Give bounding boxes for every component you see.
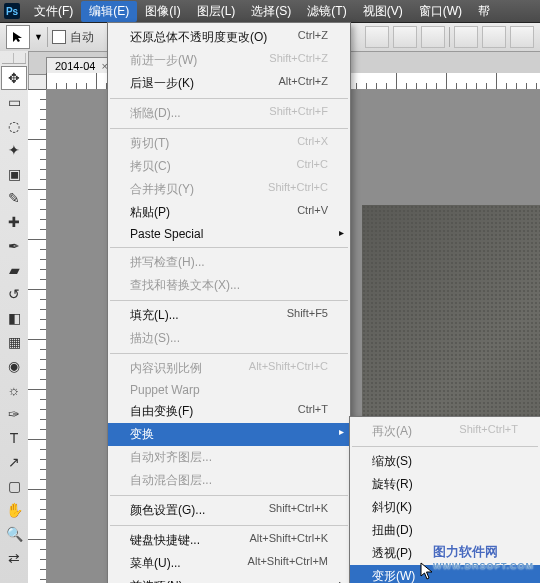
type-tool-icon[interactable]: T bbox=[1, 426, 27, 450]
lasso-tool-icon[interactable]: ◌ bbox=[1, 114, 27, 138]
menu-item-label: 自由变换(F) bbox=[130, 403, 193, 420]
menu-item-label: 菜单(U)... bbox=[130, 555, 181, 572]
menu-item[interactable]: Paste Special bbox=[108, 224, 350, 244]
menu-item[interactable]: 填充(L)...Shift+F5 bbox=[108, 304, 350, 327]
menu-item-shortcut: Ctrl+X bbox=[297, 135, 328, 152]
brush-tool-icon[interactable]: ✒ bbox=[1, 234, 27, 258]
submenu-item[interactable]: 斜切(K) bbox=[350, 496, 540, 519]
menu-item[interactable]: 自由变换(F)Ctrl+T bbox=[108, 400, 350, 423]
menu-item-label: 粘贴(P) bbox=[130, 204, 170, 221]
menu-edit[interactable]: 编辑(E) bbox=[81, 1, 137, 22]
healing-tool-icon[interactable]: ✚ bbox=[1, 210, 27, 234]
marquee-tool-icon[interactable]: ▭ bbox=[1, 90, 27, 114]
ruler-vertical bbox=[28, 89, 47, 583]
menu-item: 拷贝(C)Ctrl+C bbox=[108, 155, 350, 178]
doc-tab-title: 2014-04 bbox=[55, 60, 95, 72]
gradient-tool-icon[interactable]: ▦ bbox=[1, 330, 27, 354]
menu-image[interactable]: 图像(I) bbox=[137, 1, 188, 22]
menu-separator bbox=[110, 353, 348, 354]
menu-item-shortcut: Alt+Ctrl+Z bbox=[278, 75, 328, 92]
auto-select-checkbox[interactable] bbox=[52, 30, 66, 44]
menu-item: 自动混合图层... bbox=[108, 469, 350, 492]
move-tool-icon[interactable]: ✥ bbox=[1, 66, 27, 90]
align-btn-4[interactable] bbox=[454, 26, 478, 48]
tool-preset[interactable] bbox=[6, 25, 30, 49]
menu-item: 描边(S)... bbox=[108, 327, 350, 350]
wand-tool-icon[interactable]: ✦ bbox=[1, 138, 27, 162]
submenu-item: 再次(A)Shift+Ctrl+T bbox=[350, 420, 540, 443]
pen-tool-icon[interactable]: ✑ bbox=[1, 402, 27, 426]
menu-item-label: 自动混合图层... bbox=[130, 472, 212, 489]
eyedropper-tool-icon[interactable]: ✎ bbox=[1, 186, 27, 210]
menu-item: 拼写检查(H)... bbox=[108, 251, 350, 274]
menu-item[interactable]: 颜色设置(G)...Shift+Ctrl+K bbox=[108, 499, 350, 522]
menu-help[interactable]: 帮 bbox=[470, 1, 498, 22]
path-tool-icon[interactable]: ↗ bbox=[1, 450, 27, 474]
submenu-item[interactable]: 扭曲(D) bbox=[350, 519, 540, 542]
menu-item: 合并拷贝(Y)Shift+Ctrl+C bbox=[108, 178, 350, 201]
menu-item-label: 内容识别比例 bbox=[130, 360, 202, 377]
menu-item-shortcut: Ctrl+V bbox=[297, 204, 328, 221]
menu-select[interactable]: 选择(S) bbox=[243, 1, 299, 22]
menu-file[interactable]: 文件(F) bbox=[26, 1, 81, 22]
menu-item-shortcut: Alt+Shift+Ctrl+M bbox=[248, 555, 328, 572]
history-brush-icon[interactable]: ↺ bbox=[1, 282, 27, 306]
menu-filter[interactable]: 滤镜(T) bbox=[299, 1, 354, 22]
menu-item-label: 查找和替换文本(X)... bbox=[130, 277, 240, 294]
menu-item-shortcut: Shift+Ctrl+C bbox=[268, 181, 328, 198]
app-logo: Ps bbox=[4, 3, 20, 19]
color-swap-icon[interactable]: ⇄ bbox=[1, 546, 27, 570]
align-btn-5[interactable] bbox=[482, 26, 506, 48]
eraser-tool-icon[interactable]: ◧ bbox=[1, 306, 27, 330]
align-btn-1[interactable] bbox=[365, 26, 389, 48]
separator bbox=[449, 27, 450, 47]
hand-tool-icon[interactable]: ✋ bbox=[1, 498, 27, 522]
submenu-item[interactable]: 透视(P) bbox=[350, 542, 540, 565]
stamp-tool-icon[interactable]: ▰ bbox=[1, 258, 27, 282]
menu-item-label: 首选项(N) bbox=[130, 578, 183, 583]
menu-window[interactable]: 窗口(W) bbox=[411, 1, 470, 22]
menu-item[interactable]: 键盘快捷键...Alt+Shift+Ctrl+K bbox=[108, 529, 350, 552]
menu-item-label: 后退一步(K) bbox=[130, 75, 194, 92]
menu-item[interactable]: 后退一步(K)Alt+Ctrl+Z bbox=[108, 72, 350, 95]
toolbox: ✥ ▭ ◌ ✦ ▣ ✎ ✚ ✒ ▰ ↺ ◧ ▦ ◉ ☼ ✑ T ↗ ▢ ✋ 🔍 … bbox=[0, 51, 29, 583]
edit-menu-dropdown: 还原总体不透明度更改(O)Ctrl+Z前进一步(W)Shift+Ctrl+Z后退… bbox=[107, 22, 351, 583]
menu-separator bbox=[110, 128, 348, 129]
zoom-tool-icon[interactable]: 🔍 bbox=[1, 522, 27, 546]
menu-item[interactable]: 还原总体不透明度更改(O)Ctrl+Z bbox=[108, 26, 350, 49]
menu-item-label: 键盘快捷键... bbox=[130, 532, 200, 549]
menu-item: Puppet Warp bbox=[108, 380, 350, 400]
shape-tool-icon[interactable]: ▢ bbox=[1, 474, 27, 498]
menu-item-label: 剪切(T) bbox=[130, 135, 169, 152]
align-btn-2[interactable] bbox=[393, 26, 417, 48]
menu-separator bbox=[110, 98, 348, 99]
submenu-item-label: 缩放(S) bbox=[372, 453, 412, 470]
submenu-item[interactable]: 变形(W) bbox=[350, 565, 540, 583]
menu-item[interactable]: 首选项(N) bbox=[108, 575, 350, 583]
menu-item: 剪切(T)Ctrl+X bbox=[108, 132, 350, 155]
crop-tool-icon[interactable]: ▣ bbox=[1, 162, 27, 186]
submenu-item[interactable]: 缩放(S) bbox=[350, 450, 540, 473]
menu-item[interactable]: 变换 bbox=[108, 423, 350, 446]
align-btn-3[interactable] bbox=[421, 26, 445, 48]
menu-item: 自动对齐图层... bbox=[108, 446, 350, 469]
menu-item-shortcut: Ctrl+T bbox=[298, 403, 328, 420]
menu-item-label: 变换 bbox=[130, 426, 154, 443]
menu-item: 前进一步(W)Shift+Ctrl+Z bbox=[108, 49, 350, 72]
menu-separator bbox=[352, 446, 538, 447]
menu-item-label: 拷贝(C) bbox=[130, 158, 171, 175]
menu-layer[interactable]: 图层(L) bbox=[189, 1, 244, 22]
submenu-item-label: 斜切(K) bbox=[372, 499, 412, 516]
align-btn-6[interactable] bbox=[510, 26, 534, 48]
menu-item: 渐隐(D)...Shift+Ctrl+F bbox=[108, 102, 350, 125]
menu-item[interactable]: 菜单(U)...Alt+Shift+Ctrl+M bbox=[108, 552, 350, 575]
toolbox-grip[interactable] bbox=[2, 53, 26, 64]
dodge-tool-icon[interactable]: ☼ bbox=[1, 378, 27, 402]
menu-item-shortcut: Shift+Ctrl+F bbox=[269, 105, 328, 122]
menu-item-label: 拼写检查(H)... bbox=[130, 254, 205, 271]
submenu-item[interactable]: 旋转(R) bbox=[350, 473, 540, 496]
menu-item[interactable]: 粘贴(P)Ctrl+V bbox=[108, 201, 350, 224]
submenu-item-label: 扭曲(D) bbox=[372, 522, 413, 539]
blur-tool-icon[interactable]: ◉ bbox=[1, 354, 27, 378]
menu-view[interactable]: 视图(V) bbox=[355, 1, 411, 22]
